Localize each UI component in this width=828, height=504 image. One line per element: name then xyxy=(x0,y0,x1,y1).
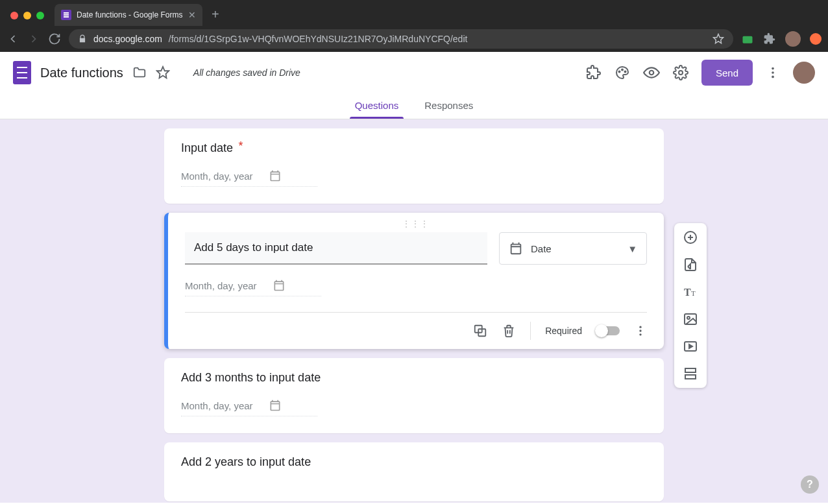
window-minimize-button[interactable] xyxy=(23,12,31,19)
required-indicator: * xyxy=(239,139,243,152)
question-title: Input date xyxy=(181,141,233,154)
add-video-button[interactable] xyxy=(683,339,698,354)
calendar-icon xyxy=(273,279,286,292)
send-button[interactable]: Send xyxy=(701,60,753,86)
forms-logo-icon[interactable] xyxy=(13,61,31,84)
browser-tab-active[interactable]: Date functions - Google Forms ✕ xyxy=(55,4,202,26)
drag-handle-icon[interactable]: ⋮⋮⋮ xyxy=(185,219,647,228)
profile-avatar-chrome[interactable] xyxy=(785,31,801,47)
date-answer-preview: Month, day, year xyxy=(181,399,317,416)
svg-rect-26 xyxy=(685,375,696,379)
svg-point-4 xyxy=(622,69,623,71)
svg-point-3 xyxy=(618,71,620,73)
palette-button[interactable] xyxy=(615,65,630,80)
browser-back-button[interactable] xyxy=(6,32,19,45)
settings-button[interactable] xyxy=(673,65,688,80)
svg-point-22 xyxy=(687,317,690,319)
lock-icon xyxy=(78,34,87,43)
browser-forward-button[interactable] xyxy=(27,32,40,45)
browser-reload-button[interactable] xyxy=(48,32,61,45)
question-card-add-3-months[interactable]: Add 3 months to input date Month, day, y… xyxy=(164,358,664,433)
import-questions-button[interactable] xyxy=(683,257,698,272)
date-placeholder: Month, day, year xyxy=(181,171,253,182)
question-type-dropdown[interactable]: Date ▼ xyxy=(499,232,647,265)
extension-icon[interactable] xyxy=(741,32,754,45)
date-answer-preview: Month, day, year xyxy=(185,279,321,296)
question-title: Add 2 years to input date xyxy=(181,455,647,469)
card-footer: Required xyxy=(185,312,647,340)
svg-marker-0 xyxy=(714,34,724,43)
address-bar[interactable]: docs.google.com/forms/d/1GSrpG1w-VHQfvnW… xyxy=(69,29,733,49)
date-placeholder: Month, day, year xyxy=(181,400,253,411)
question-more-menu[interactable] xyxy=(634,324,647,337)
tab-title: Date functions - Google Forms xyxy=(77,10,182,19)
svg-point-6 xyxy=(650,71,654,75)
url-path: /forms/d/1GSrpG1w-VHQfvnWOEhYdNSUIz21NR7… xyxy=(169,34,468,44)
required-label: Required xyxy=(545,326,582,336)
svg-point-8 xyxy=(772,67,774,70)
window-controls xyxy=(5,12,52,26)
svg-marker-24 xyxy=(689,344,692,348)
preview-button[interactable] xyxy=(643,64,660,81)
add-section-button[interactable] xyxy=(683,366,698,381)
question-type-label: Date xyxy=(531,243,552,254)
move-to-folder-button[interactable] xyxy=(132,66,147,80)
svg-marker-2 xyxy=(157,67,169,78)
svg-rect-1 xyxy=(743,36,753,43)
svg-text:T: T xyxy=(691,289,696,297)
addons-button[interactable] xyxy=(586,65,602,80)
calendar-icon xyxy=(269,169,282,182)
date-answer-preview: Month, day, year xyxy=(181,169,317,187)
svg-point-9 xyxy=(772,71,774,74)
forms-favicon-icon xyxy=(61,10,71,20)
svg-point-14 xyxy=(639,330,641,331)
bookmark-star-icon[interactable] xyxy=(712,33,724,45)
tab-responses[interactable]: Responses xyxy=(423,93,474,119)
extensions-button[interactable] xyxy=(763,32,776,45)
star-button[interactable] xyxy=(156,66,170,80)
new-tab-button[interactable]: + xyxy=(202,7,228,26)
save-status: All changes saved in Drive xyxy=(193,67,300,78)
delete-button[interactable] xyxy=(502,324,516,338)
required-toggle[interactable] xyxy=(596,326,620,335)
question-title-input[interactable] xyxy=(185,232,487,265)
add-question-button[interactable] xyxy=(683,230,698,245)
date-placeholder: Month, day, year xyxy=(185,280,257,291)
calendar-icon xyxy=(269,399,282,412)
duplicate-button[interactable] xyxy=(473,324,487,338)
svg-point-10 xyxy=(772,76,774,78)
editor-canvas: Input date * Month, day, year ⋮⋮⋮ Date xyxy=(0,119,828,503)
question-card-add-5-days[interactable]: ⋮⋮⋮ Date ▼ Month, day, year xyxy=(164,213,664,349)
date-type-icon xyxy=(509,241,523,256)
tab-close-button[interactable]: ✕ xyxy=(188,10,196,20)
svg-point-15 xyxy=(639,333,641,335)
svg-point-5 xyxy=(624,71,626,73)
forms-tabs: Questions Responses xyxy=(0,93,828,119)
svg-text:T: T xyxy=(684,287,691,298)
forms-header: Date functions All changes saved in Driv… xyxy=(0,52,828,93)
svg-point-13 xyxy=(639,326,641,328)
divider xyxy=(530,322,531,340)
update-badge-icon[interactable] xyxy=(810,33,822,45)
question-title: Add 3 months to input date xyxy=(181,371,647,385)
add-title-button[interactable]: TT xyxy=(683,284,698,300)
add-image-button[interactable] xyxy=(683,311,698,327)
caret-down-icon: ▼ xyxy=(627,243,637,254)
tab-questions[interactable]: Questions xyxy=(354,93,400,119)
more-menu-button[interactable] xyxy=(766,66,780,80)
browser-chrome: Date functions - Google Forms ✕ + docs.g… xyxy=(0,0,828,52)
svg-point-7 xyxy=(679,71,683,75)
svg-rect-25 xyxy=(685,368,696,372)
floating-toolbar: TT xyxy=(674,223,707,388)
account-avatar[interactable] xyxy=(793,62,815,84)
document-title[interactable]: Date functions xyxy=(40,66,123,80)
question-card-add-2-years[interactable]: Add 2 years to input date xyxy=(164,442,664,501)
window-close-button[interactable] xyxy=(10,12,18,19)
question-card-input-date[interactable]: Input date * Month, day, year xyxy=(164,128,664,204)
url-host: docs.google.com xyxy=(93,34,162,44)
window-maximize-button[interactable] xyxy=(36,12,44,19)
help-button[interactable]: ? xyxy=(801,475,819,494)
